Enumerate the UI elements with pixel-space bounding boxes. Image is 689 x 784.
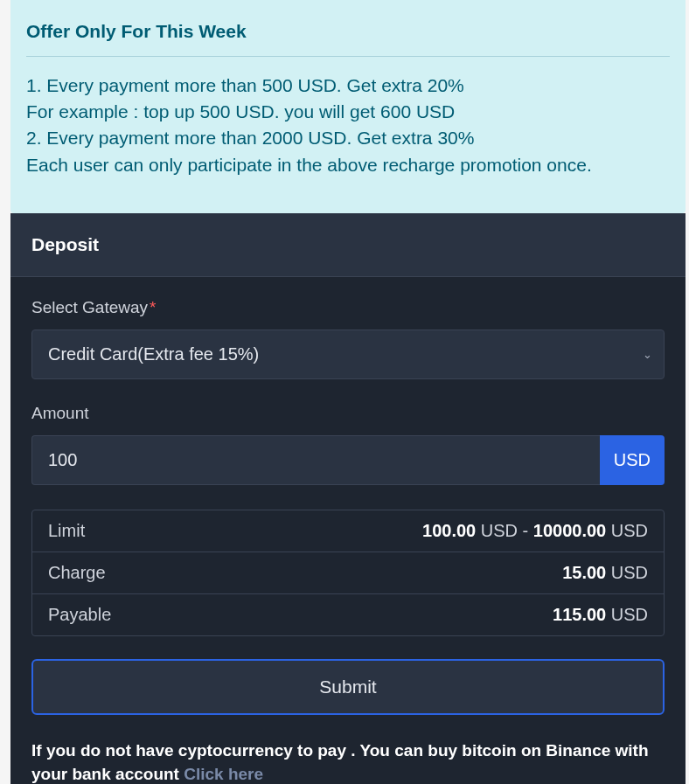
offer-line: For example : top up 500 USD. you will g… bbox=[26, 99, 670, 125]
payable-value: 115.00 USD bbox=[553, 605, 648, 625]
amount-input[interactable] bbox=[31, 435, 600, 485]
offer-title: Offer Only For This Week bbox=[26, 21, 670, 57]
limit-value: 100.00 USD - 10000.00 USD bbox=[422, 521, 648, 541]
summary-row-limit: Limit 100.00 USD - 10000.00 USD bbox=[32, 510, 664, 552]
currency-addon: USD bbox=[600, 435, 665, 485]
submit-button[interactable]: Submit bbox=[31, 659, 665, 715]
deposit-heading: Deposit bbox=[10, 213, 686, 277]
offer-line: 1. Every payment more than 500 USD. Get … bbox=[26, 73, 670, 99]
payable-label: Payable bbox=[48, 605, 111, 625]
limit-label: Limit bbox=[48, 521, 85, 541]
offer-banner: Offer Only For This Week 1. Every paymen… bbox=[10, 0, 686, 213]
gateway-label: Select Gateway* bbox=[31, 298, 665, 317]
amount-label: Amount bbox=[31, 404, 665, 423]
offer-line: 2. Every payment more than 2000 USD. Get… bbox=[26, 125, 670, 151]
click-here-link[interactable]: Click here bbox=[184, 765, 263, 783]
gateway-select[interactable]: Credit Card(Extra fee 15%) bbox=[31, 330, 665, 379]
charge-value: 15.00 USD bbox=[562, 563, 648, 583]
charge-label: Charge bbox=[48, 563, 106, 583]
summary-row-payable: Payable 115.00 USD bbox=[32, 594, 664, 635]
required-indicator: * bbox=[150, 298, 156, 316]
offer-body: 1. Every payment more than 500 USD. Get … bbox=[26, 73, 670, 178]
offer-line: Each user can only participate in the ab… bbox=[26, 152, 670, 178]
footer-note: If you do not have cyptocurrency to pay … bbox=[31, 739, 665, 784]
summary-row-charge: Charge 15.00 USD bbox=[32, 552, 664, 594]
summary-table: Limit 100.00 USD - 10000.00 USD Charge 1… bbox=[31, 510, 665, 636]
